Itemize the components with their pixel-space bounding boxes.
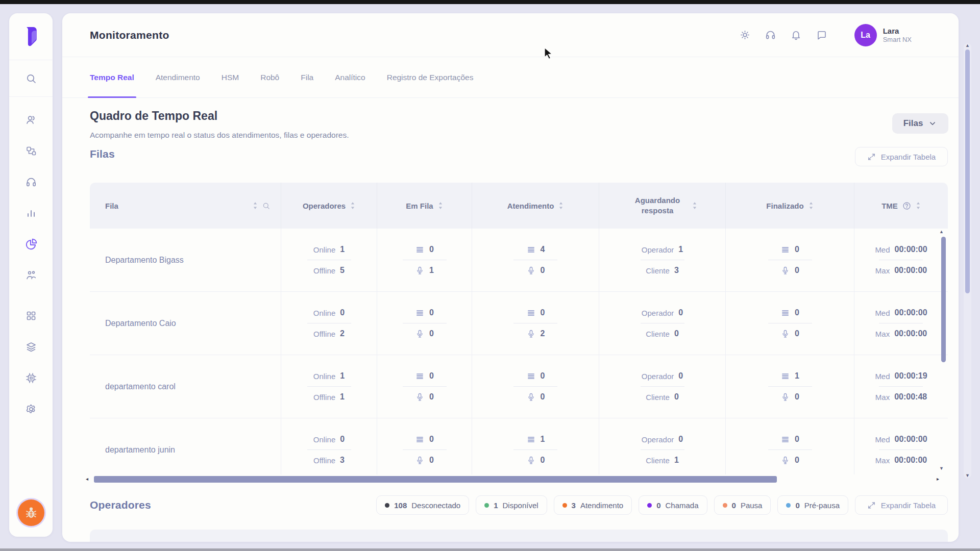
- sort-icon: [916, 202, 921, 210]
- badge-chamada[interactable]: 0 Chamada: [639, 495, 707, 515]
- cliente-label: Cliente: [646, 266, 670, 275]
- sidebar-item-apps[interactable]: [21, 306, 41, 325]
- online-label: Online: [313, 309, 335, 317]
- online-label: Online: [313, 372, 335, 381]
- sidebar-item-monitoring[interactable]: [21, 235, 41, 254]
- sidebar-item-integrations[interactable]: [21, 368, 41, 387]
- em-fila-voz-value: 0: [429, 456, 434, 465]
- table-scroll-down-icon[interactable]: ▼: [939, 466, 944, 471]
- tab-tempo-real[interactable]: Tempo Real: [90, 57, 134, 97]
- tab-atendimento[interactable]: Atendimento: [156, 57, 200, 97]
- main-panel: Monitoramento La Lara Smart NX Tempo Rea…: [62, 13, 959, 542]
- tab-analitico[interactable]: Analítico: [335, 57, 365, 97]
- page-scroll-thumb[interactable]: [965, 49, 970, 293]
- offline-label: Offline: [313, 393, 335, 402]
- gear-icon: [25, 403, 37, 415]
- sidebar: [9, 13, 53, 537]
- badge-pre-pausa[interactable]: 0 Pré-pausa: [777, 495, 848, 515]
- report-bug-button[interactable]: [18, 499, 44, 526]
- sort-tme-button[interactable]: [916, 202, 921, 210]
- sidebar-item-settings[interactable]: [21, 399, 41, 418]
- tab-registro-exportacoes[interactable]: Registro de Exportações: [387, 57, 474, 97]
- table-vertical-scrollbar[interactable]: [941, 237, 946, 362]
- mic-icon: [526, 392, 536, 402]
- sidebar-item-layers[interactable]: [21, 337, 41, 356]
- aguardando-operador-value: 0: [678, 371, 683, 381]
- col-header-tme: TME: [854, 183, 948, 229]
- page-scroll-down-icon[interactable]: ▼: [965, 473, 970, 478]
- chat-queue-icon: [526, 308, 536, 318]
- view-filter-value: Filas: [903, 118, 923, 129]
- chat-queue-icon: [780, 435, 790, 444]
- tme-help-button[interactable]: [902, 202, 911, 210]
- bar-chart-icon: [25, 207, 37, 219]
- board-subtitle: Acompanhe em tempo real o status dos ate…: [90, 131, 349, 140]
- notifications-button[interactable]: [790, 29, 802, 41]
- sidebar-item-search[interactable]: [9, 60, 53, 97]
- user-info: Lara Smart NX: [883, 27, 912, 44]
- brand-logo[interactable]: [9, 13, 53, 60]
- tme-max-value: 00:00:00: [894, 329, 927, 338]
- em-fila-chat-value: 0: [429, 308, 434, 317]
- headset-icon: [25, 176, 37, 188]
- offline-value: 3: [340, 456, 345, 465]
- view-filter-dropdown[interactable]: Filas: [892, 113, 948, 134]
- search-icon: [262, 202, 271, 210]
- sidebar-item-flows[interactable]: [21, 141, 41, 160]
- offline-label: Offline: [313, 456, 335, 465]
- scroll-right-icon[interactable]: ▸: [937, 477, 939, 482]
- sort-icon: [438, 202, 443, 210]
- chat-queue-icon: [415, 245, 425, 255]
- theme-toggle-button[interactable]: [739, 29, 751, 41]
- queue-name: departamento junin: [90, 418, 281, 474]
- aguardando-cliente-value: 0: [674, 329, 679, 338]
- sort-operadores-button[interactable]: [350, 202, 355, 210]
- sort-aguardando-button[interactable]: [692, 202, 697, 210]
- operador-label: Operador: [642, 372, 674, 381]
- mic-icon: [780, 392, 790, 402]
- chat-queue-icon: [526, 435, 536, 444]
- sort-em-fila-button[interactable]: [438, 202, 443, 210]
- sidebar-item-atendimento[interactable]: [21, 172, 41, 191]
- sidebar-item-contacts[interactable]: [21, 110, 41, 129]
- expand-icon: [867, 501, 876, 510]
- sort-fila-button[interactable]: [253, 202, 258, 210]
- sort-atendimento-button[interactable]: [558, 202, 564, 210]
- horizontal-scroll-thumb[interactable]: [94, 476, 777, 483]
- offline-label: Offline: [313, 266, 335, 275]
- table-horizontal-scrollbar[interactable]: ◂ ▸: [90, 476, 948, 483]
- search-fila-button[interactable]: [262, 202, 271, 210]
- badge-disponivel[interactable]: 1 Disponível: [476, 495, 547, 515]
- tab-robo[interactable]: Robô: [260, 57, 279, 97]
- scroll-left-icon[interactable]: ◂: [86, 477, 88, 482]
- atendimento-chat-value: 4: [541, 245, 545, 254]
- badge-pausa[interactable]: 0 Pausa: [714, 495, 771, 515]
- messages-button[interactable]: [816, 29, 827, 41]
- badge-atendimento[interactable]: 3 Atendimento: [554, 495, 632, 515]
- tab-fila[interactable]: Fila: [301, 57, 313, 97]
- tme-max-value: 00:00:00: [894, 456, 927, 465]
- bug-icon: [23, 505, 39, 520]
- table-scroll-up-icon[interactable]: ▲: [939, 230, 944, 234]
- finalizado-chat-value: 0: [795, 308, 799, 317]
- support-button[interactable]: [765, 29, 776, 41]
- sort-finalizado-button[interactable]: [808, 202, 814, 210]
- sidebar-item-teams[interactable]: [21, 266, 41, 285]
- page-vertical-scrollbar[interactable]: ▲ ▼: [964, 43, 971, 478]
- expand-filas-table-button[interactable]: Expandir Tabela: [855, 147, 948, 166]
- sidebar-item-reports[interactable]: [21, 204, 41, 222]
- offline-value: 2: [340, 329, 345, 338]
- chip-icon: [25, 372, 37, 384]
- offline-value: 1: [340, 392, 345, 402]
- queue-name: Departamento Bigass: [90, 229, 281, 291]
- offline-value: 5: [340, 266, 345, 275]
- em-fila-voz-value: 1: [429, 266, 434, 275]
- tab-hsm[interactable]: HSM: [222, 57, 239, 97]
- expand-operadores-table-button[interactable]: Expandir Tabela: [855, 495, 948, 515]
- operador-label: Operador: [642, 309, 674, 317]
- user-menu[interactable]: La Lara Smart NX: [854, 24, 912, 46]
- page-scroll-up-icon[interactable]: ▲: [965, 43, 970, 48]
- badge-desconectado[interactable]: 108 Desconectado: [376, 495, 469, 515]
- tme-max-value: 00:00:48: [894, 392, 927, 402]
- mic-icon: [526, 456, 536, 465]
